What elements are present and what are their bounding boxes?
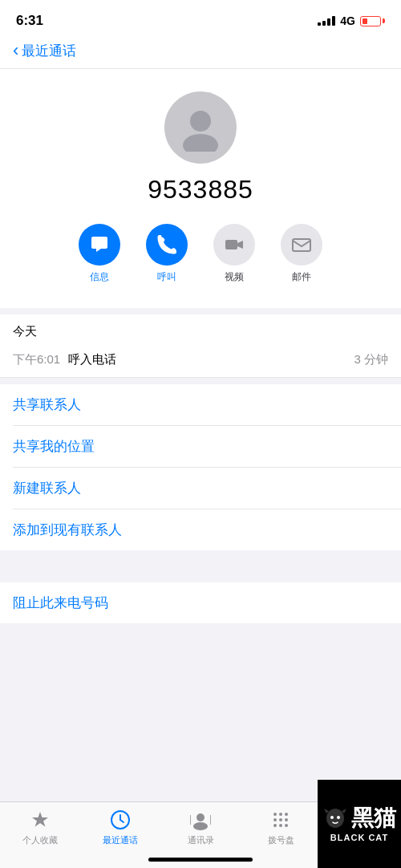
svg-point-15 bbox=[273, 824, 277, 827]
separator-3 bbox=[0, 550, 401, 576]
svg-point-1 bbox=[183, 134, 218, 152]
svg-point-5 bbox=[196, 813, 205, 821]
call-time: 下午6:01 bbox=[13, 352, 60, 367]
phone-number: 9533885 bbox=[148, 175, 253, 205]
tab-contacts[interactable]: 通讯录 bbox=[160, 809, 241, 846]
mail-button[interactable]: 邮件 bbox=[281, 224, 322, 284]
watermark-text: BLACK CAT bbox=[330, 833, 388, 842]
favorites-icon bbox=[29, 809, 51, 831]
contacts-icon bbox=[189, 809, 212, 831]
video-label: 视频 bbox=[225, 270, 244, 284]
svg-rect-2 bbox=[225, 240, 237, 249]
status-time: 6:31 bbox=[16, 13, 43, 29]
separator-1 bbox=[0, 308, 401, 314]
back-chevron-icon: ‹ bbox=[13, 42, 18, 59]
share-location-label: 共享我的位置 bbox=[13, 437, 95, 456]
new-contact-item[interactable]: 新建联系人 bbox=[0, 468, 401, 509]
action-buttons: 信息 呼叫 视频 bbox=[16, 224, 385, 292]
svg-point-13 bbox=[279, 818, 282, 821]
add-existing-contact-item[interactable]: 添加到现有联系人 bbox=[0, 509, 401, 550]
svg-point-12 bbox=[273, 818, 277, 821]
call-label: 呼叫 bbox=[157, 270, 176, 284]
call-icon bbox=[156, 234, 177, 255]
mail-icon bbox=[291, 234, 312, 255]
svg-point-0 bbox=[190, 111, 211, 132]
call-icon-bg bbox=[146, 224, 188, 266]
svg-point-14 bbox=[285, 818, 288, 821]
svg-point-16 bbox=[279, 824, 282, 827]
share-location-item[interactable]: 共享我的位置 bbox=[0, 426, 401, 467]
battery-icon bbox=[360, 16, 385, 26]
new-contact-label: 新建联系人 bbox=[13, 479, 81, 497]
svg-point-22 bbox=[337, 816, 340, 819]
tab-recents-label: 最近通话 bbox=[103, 834, 138, 846]
svg-point-10 bbox=[279, 813, 282, 816]
svg-point-17 bbox=[285, 824, 288, 827]
share-contact-item[interactable]: 共享联系人 bbox=[0, 384, 401, 425]
svg-point-21 bbox=[330, 816, 334, 819]
share-contact-label: 共享联系人 bbox=[13, 395, 81, 414]
svg-point-6 bbox=[193, 822, 208, 830]
svg-point-9 bbox=[273, 813, 277, 816]
tab-keypad[interactable]: 拨号盘 bbox=[241, 809, 321, 846]
tab-keypad-label: 拨号盘 bbox=[268, 834, 294, 846]
keypad-icon bbox=[269, 809, 292, 831]
call-time-row: 下午6:01 呼入电话 bbox=[13, 352, 116, 367]
tab-contacts-label: 通讯录 bbox=[188, 834, 214, 846]
section-title: 今天 bbox=[0, 314, 401, 343]
call-duration: 3 分钟 bbox=[354, 352, 388, 367]
black-cat-logo-icon bbox=[322, 805, 348, 831]
block-button[interactable]: 阻止此来电号码 bbox=[0, 582, 401, 623]
tab-recents[interactable]: 最近通话 bbox=[80, 809, 160, 846]
bottom-spacer bbox=[0, 623, 401, 720]
svg-point-11 bbox=[285, 813, 288, 816]
profile-section: 9533885 信息 呼叫 bbox=[0, 69, 401, 308]
message-label: 信息 bbox=[90, 270, 109, 284]
message-icon bbox=[89, 234, 110, 255]
nav-bar: ‹ 最近通话 bbox=[0, 35, 401, 69]
call-log-item: 下午6:01 呼入电话 3 分钟 bbox=[0, 343, 401, 378]
signal-icon bbox=[318, 16, 335, 26]
video-icon bbox=[224, 234, 245, 255]
tab-favorites[interactable]: 个人收藏 bbox=[0, 809, 80, 846]
message-icon-bg bbox=[79, 224, 120, 266]
tab-favorites-label: 个人收藏 bbox=[22, 834, 58, 846]
network-label: 4G bbox=[340, 14, 355, 27]
avatar-silhouette-icon bbox=[176, 103, 225, 152]
call-log-card: 今天 下午6:01 呼入电话 3 分钟 bbox=[0, 314, 401, 378]
block-card: 阻止此来电号码 bbox=[0, 582, 401, 623]
message-button[interactable]: 信息 bbox=[79, 224, 120, 284]
call-type: 呼入电话 bbox=[68, 352, 116, 367]
separator-2 bbox=[0, 378, 401, 384]
mail-label: 邮件 bbox=[292, 270, 311, 284]
status-icons: 4G bbox=[318, 14, 385, 27]
action-list: 共享联系人 共享我的位置 新建联系人 添加到现有联系人 bbox=[0, 384, 401, 550]
add-existing-contact-label: 添加到现有联系人 bbox=[13, 521, 122, 539]
back-label: 最近通话 bbox=[22, 42, 76, 60]
status-bar: 6:31 4G bbox=[0, 0, 401, 35]
mail-icon-bg bbox=[281, 224, 322, 266]
block-label: 阻止此来电号码 bbox=[13, 595, 108, 610]
video-button[interactable]: 视频 bbox=[213, 224, 255, 284]
avatar bbox=[164, 91, 237, 164]
recents-icon bbox=[109, 809, 132, 831]
call-button[interactable]: 呼叫 bbox=[146, 224, 188, 284]
watermark-logo-text: 黑猫 bbox=[351, 807, 396, 829]
home-indicator bbox=[148, 858, 253, 862]
video-icon-bg bbox=[213, 224, 255, 266]
svg-rect-3 bbox=[293, 239, 310, 251]
watermark: 黑猫 BLACK CAT bbox=[318, 780, 401, 868]
back-button[interactable]: ‹ 最近通话 bbox=[13, 42, 76, 60]
